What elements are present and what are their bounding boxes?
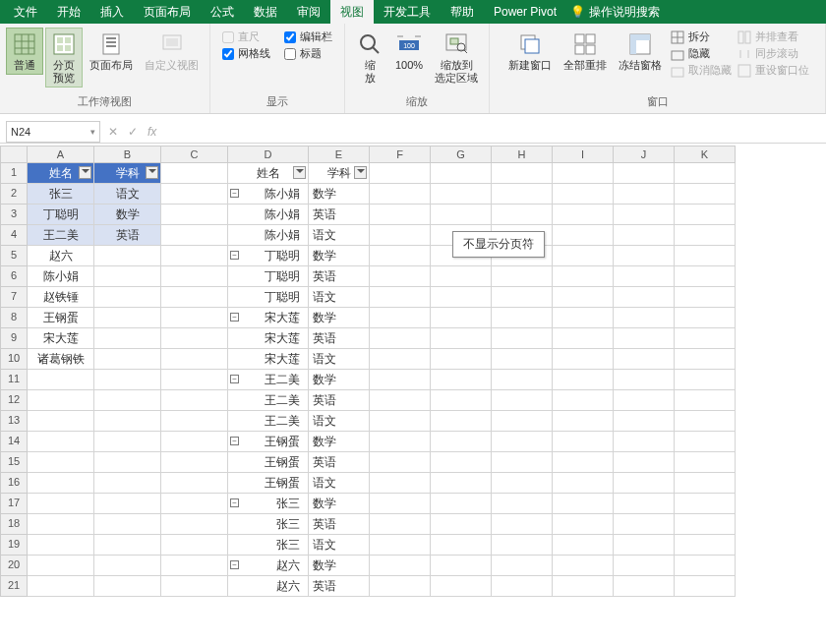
cell-B20[interactable] [94,556,161,576]
freeze-panes-button[interactable]: 冻结窗格 [614,28,667,75]
cell-E6[interactable]: 英语 [309,266,370,287]
cell-K18[interactable] [675,514,736,535]
cell-F10[interactable] [370,349,431,370]
cell-E7[interactable]: 语文 [309,287,370,308]
row-header-3[interactable]: 3 [0,205,28,225]
page-layout-button[interactable]: 页面布局 [85,28,138,75]
row-header-17[interactable]: 17 [0,494,28,514]
menu-tab-4[interactable]: 公式 [201,0,244,25]
cell-K1[interactable] [675,163,736,184]
cell-B8[interactable] [94,308,161,328]
split-button[interactable]: 拆分 [671,29,732,44]
cell-C7[interactable] [161,287,228,308]
cell-D14[interactable]: 王钢蛋− [228,432,309,452]
menu-tab-6[interactable]: 审阅 [287,0,330,25]
cell-K13[interactable] [675,411,736,432]
cell-E9[interactable]: 英语 [309,328,370,349]
cell-A12[interactable] [28,390,94,411]
arrange-all-button[interactable]: 全部重排 [559,28,612,75]
cell-H8[interactable] [492,308,553,328]
fx-icon[interactable]: fx [148,125,156,139]
cell-E5[interactable]: 数学 [309,246,370,266]
cell-G17[interactable] [431,494,492,514]
cell-D9[interactable]: 宋大莲 [228,328,309,349]
cell-F12[interactable] [370,390,431,411]
cell-C18[interactable] [161,514,228,535]
col-header-D[interactable]: D [228,146,309,163]
cell-H16[interactable] [492,473,553,494]
cell-A18[interactable] [28,514,94,535]
col-header-E[interactable]: E [309,146,370,163]
row-header-1[interactable]: 1 [0,163,28,184]
cell-E10[interactable]: 语文 [309,349,370,370]
cell-D5[interactable]: 丁聪明− [228,246,309,266]
row-header-19[interactable]: 19 [0,535,28,556]
cell-G2[interactable] [431,184,492,205]
cell-J6[interactable] [614,266,675,287]
cell-J18[interactable] [614,514,675,535]
cell-G6[interactable] [431,266,492,287]
cell-C14[interactable] [161,432,228,452]
cell-F4[interactable] [370,225,431,246]
cell-A11[interactable] [28,370,94,390]
cell-C5[interactable] [161,246,228,266]
row-header-7[interactable]: 7 [0,287,28,308]
filter-icon[interactable] [146,166,158,179]
cell-C2[interactable] [161,184,228,205]
cell-G18[interactable] [431,514,492,535]
tell-me-search[interactable]: 💡操作说明搜索 [570,4,660,21]
cell-H10[interactable] [492,349,553,370]
cell-B4[interactable]: 英语 [94,225,161,246]
cell-K7[interactable] [675,287,736,308]
cell-A9[interactable]: 宋大莲 [28,328,94,349]
cell-E11[interactable]: 数学 [309,370,370,390]
cell-H15[interactable] [492,452,553,473]
cell-I10[interactable] [553,349,614,370]
cell-D18[interactable]: 张三 [228,514,309,535]
cell-I19[interactable] [553,535,614,556]
cell-B7[interactable] [94,287,161,308]
cell-I14[interactable] [553,432,614,452]
cell-B5[interactable] [94,246,161,266]
cell-A5[interactable]: 赵六 [28,246,94,266]
row-header-5[interactable]: 5 [0,246,28,266]
ruler-checkbox[interactable]: 直尺 [222,29,270,44]
cell-J3[interactable] [614,205,675,225]
cell-G7[interactable] [431,287,492,308]
col-header-I[interactable]: I [553,146,614,163]
cell-J14[interactable] [614,432,675,452]
collapse-icon[interactable]: − [230,498,239,507]
menu-tab-3[interactable]: 页面布局 [134,0,201,25]
cell-I11[interactable] [553,370,614,390]
cell-B12[interactable] [94,390,161,411]
cell-B13[interactable] [94,411,161,432]
cell-G15[interactable] [431,452,492,473]
cell-A4[interactable]: 王二美 [28,225,94,246]
cell-B18[interactable] [94,514,161,535]
cell-F13[interactable] [370,411,431,432]
cell-J11[interactable] [614,370,675,390]
zoom-100-button[interactable]: 100 100% [390,28,428,75]
row-header-12[interactable]: 12 [0,390,28,411]
cell-K9[interactable] [675,328,736,349]
cell-B15[interactable] [94,452,161,473]
cell-G13[interactable] [431,411,492,432]
cell-G12[interactable] [431,390,492,411]
row-header-16[interactable]: 16 [0,473,28,494]
row-header-20[interactable]: 20 [0,556,28,576]
cell-D2[interactable]: 陈小娟− [228,184,309,205]
cell-F15[interactable] [370,452,431,473]
cell-A21[interactable] [28,576,94,597]
cell-F2[interactable] [370,184,431,205]
row-header-15[interactable]: 15 [0,452,28,473]
cell-A15[interactable] [28,452,94,473]
cell-H18[interactable] [492,514,553,535]
menu-tab-0[interactable]: 文件 [4,0,47,25]
cell-A13[interactable] [28,411,94,432]
cell-B6[interactable] [94,266,161,287]
cell-D1[interactable]: 姓名 [228,163,309,184]
row-header-8[interactable]: 8 [0,308,28,328]
side-by-side-button[interactable]: 并排查看 [738,29,809,44]
cell-E8[interactable]: 数学 [309,308,370,328]
cell-F7[interactable] [370,287,431,308]
